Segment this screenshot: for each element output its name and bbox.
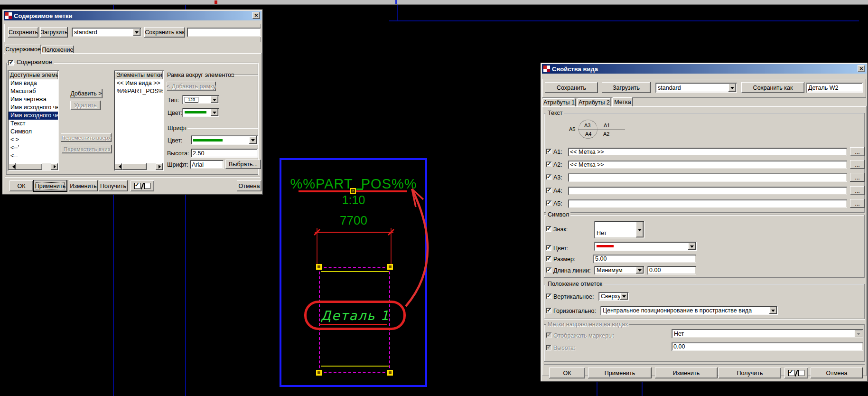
move-down-button[interactable]: Переместить вниз <box>62 145 112 153</box>
a3-checkbox[interactable] <box>546 174 551 180</box>
a4-more-button[interactable]: ... <box>850 186 865 195</box>
list-item[interactable]: Масштаб <box>9 87 58 95</box>
ok-button[interactable]: ОК <box>9 180 33 191</box>
content-checkbox[interactable] <box>8 60 14 66</box>
move-up-button[interactable]: Переместить вверх <box>61 133 112 142</box>
chevron-down-icon[interactable] <box>249 136 257 144</box>
a4-checkbox[interactable] <box>546 188 551 193</box>
a5-input[interactable] <box>568 199 847 208</box>
save-as-input[interactable] <box>187 28 261 37</box>
corner-handle-tl[interactable] <box>316 264 322 270</box>
modify-button[interactable]: Изменить <box>655 368 718 378</box>
close-icon[interactable]: ✕ <box>858 65 865 72</box>
vertical-checkbox[interactable] <box>546 293 551 299</box>
horizontal-scrollbar[interactable] <box>9 163 58 170</box>
a1-more-button[interactable]: ... <box>850 147 865 156</box>
apply-button[interactable]: Применить <box>588 368 652 378</box>
frame-color-combobox[interactable] <box>182 108 219 117</box>
chevron-down-icon[interactable] <box>688 243 696 250</box>
preset-combobox[interactable]: standard <box>655 83 737 93</box>
scrollbar-thumb[interactable] <box>16 163 42 170</box>
sign-checkbox[interactable] <box>546 226 551 232</box>
chevron-down-icon[interactable] <box>133 28 140 36</box>
horizontal-combobox[interactable]: Центральное позиционирование в пространс… <box>600 306 778 315</box>
toggle-all-checkboxes-button[interactable] <box>131 180 154 191</box>
chevron-down-icon[interactable] <box>636 267 644 273</box>
corner-handle-bl[interactable] <box>316 370 322 376</box>
ok-button[interactable]: ОК <box>549 368 585 378</box>
get-button[interactable]: Получить <box>99 180 128 191</box>
chevron-down-icon[interactable] <box>620 293 628 300</box>
a2-more-button[interactable]: ... <box>850 160 865 169</box>
a4-input[interactable] <box>568 187 847 195</box>
tab-attributes-2[interactable]: Атрибуты 2 <box>577 98 611 106</box>
chevron-down-icon[interactable] <box>636 222 644 237</box>
list-item[interactable]: << Имя вида >> <box>115 79 163 87</box>
list-item[interactable]: < > <box>9 136 58 144</box>
save-as-input[interactable] <box>806 83 863 93</box>
list-item[interactable]: Имя чертежа <box>9 95 58 104</box>
load-button[interactable]: Загрузить <box>602 82 651 93</box>
a1-checkbox[interactable] <box>546 149 551 154</box>
list-item[interactable]: %%PART_POS%% <box>115 87 163 95</box>
scroll-right-icon[interactable] <box>51 163 58 170</box>
a3-more-button[interactable]: ... <box>850 173 865 182</box>
cancel-button[interactable]: Отмена <box>811 368 863 378</box>
chevron-down-icon[interactable] <box>211 109 218 116</box>
list-item[interactable]: Символ <box>9 128 58 136</box>
corner-handle-br[interactable] <box>387 370 393 376</box>
add-frame-button[interactable]: < Добавить рамку <box>167 82 216 91</box>
a3-input[interactable] <box>568 173 847 182</box>
list-item[interactable]: <-- <box>9 152 58 160</box>
horizontal-scrollbar[interactable] <box>115 163 163 170</box>
horizontal-checkbox[interactable] <box>546 308 551 313</box>
a5-more-button[interactable]: ... <box>850 199 865 208</box>
cancel-button[interactable]: Отмена <box>237 180 261 191</box>
a1-input[interactable] <box>568 148 847 156</box>
tab-content[interactable]: Содержимое <box>5 45 41 54</box>
view-dialog-titlebar[interactable]: Свойства вида <box>542 64 867 74</box>
list-item[interactable]: <--' <box>9 144 58 152</box>
size-checkbox[interactable] <box>546 256 551 262</box>
list-header[interactable]: Доступные элемент <box>9 71 58 79</box>
label-grip-handle[interactable]: ✕ <box>350 188 356 194</box>
modify-button[interactable]: Изменить <box>69 180 98 191</box>
size-input[interactable] <box>593 255 696 263</box>
list-item[interactable]: Текст <box>9 120 58 128</box>
load-button[interactable]: Загрузить <box>40 27 68 38</box>
save-button[interactable]: Сохранить <box>545 82 598 93</box>
tab-attributes-1[interactable]: Атрибуты 1 <box>542 98 576 106</box>
sign-combobox[interactable]: Нет <box>594 221 644 238</box>
a5-checkbox[interactable] <box>546 200 551 206</box>
font-height-input[interactable] <box>191 149 258 158</box>
list-item[interactable]: Имя вида <box>9 79 58 87</box>
symbol-color-combobox[interactable] <box>594 242 697 251</box>
frame-type-combobox[interactable]: 123 <box>182 95 219 104</box>
label-elements-list[interactable]: Элементы метки << Имя вида >> %%PART_POS… <box>114 70 164 171</box>
scroll-left-icon[interactable] <box>115 163 122 170</box>
tab-label[interactable]: Метка <box>612 97 633 106</box>
preset-combobox[interactable]: standard <box>72 28 141 37</box>
chevron-down-icon[interactable] <box>769 307 777 314</box>
add-element-button[interactable]: Добавить > <box>70 89 103 98</box>
save-as-button[interactable]: Сохранить как <box>741 82 804 93</box>
save-as-button[interactable]: Сохранить как <box>144 27 185 38</box>
scroll-left-icon[interactable] <box>9 163 16 170</box>
chevron-down-icon[interactable] <box>728 84 736 92</box>
scrollbar-thumb[interactable] <box>122 163 147 170</box>
symbol-color-checkbox[interactable] <box>546 245 551 251</box>
corner-handle-tr[interactable] <box>387 264 393 270</box>
toggle-all-checkboxes-button[interactable] <box>784 368 808 378</box>
font-name-input[interactable] <box>190 160 224 169</box>
line-length-checkbox[interactable] <box>546 267 551 273</box>
chevron-down-icon[interactable] <box>211 96 218 103</box>
save-button[interactable]: Сохранить <box>8 27 38 38</box>
list-item[interactable]: Имя исходного чер <box>9 104 58 112</box>
line-length-mode-combobox[interactable]: Минимум <box>594 266 644 274</box>
apply-button[interactable]: Применить <box>34 180 67 191</box>
label-dialog-titlebar[interactable]: Содержимое метки <box>4 11 261 20</box>
list-header[interactable]: Элементы метки <box>115 71 163 79</box>
vertical-combobox[interactable]: Сверху <box>598 292 629 301</box>
scroll-right-icon[interactable] <box>156 163 163 170</box>
a2-input[interactable] <box>568 160 847 169</box>
